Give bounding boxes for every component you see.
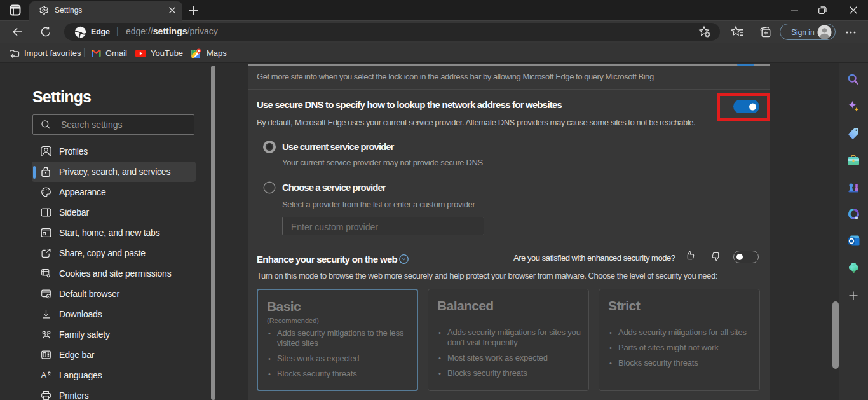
- svg-text:A: A: [41, 371, 47, 380]
- svg-text:?: ?: [402, 256, 405, 263]
